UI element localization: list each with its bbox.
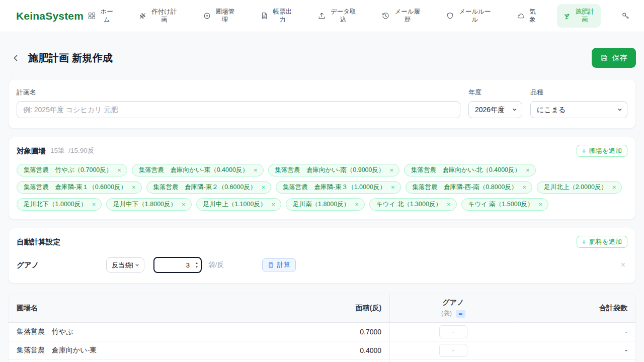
unit-label: 袋/反 [208,260,224,269]
save-button[interactable]: 保存 [592,48,636,68]
plan-form-card: 計画名 年度 2026年度 品種 にこまる [8,79,636,129]
field-tag-label: 集落営農 倉庫向かい-南（0.9000反） [275,166,385,174]
remove-field-button[interactable] [391,184,395,191]
back-button[interactable] [10,52,22,64]
plan-name-label: 計画名 [17,88,460,97]
remove-field-button[interactable] [389,167,393,173]
remove-field-button[interactable] [355,201,359,208]
field-tag-label: 足川中下（1.8000反） [113,200,177,209]
close-icon [391,184,395,191]
nav-label: 施肥計画 [575,8,595,24]
stepper-up-icon[interactable] [195,261,198,264]
remove-field-button[interactable] [92,201,96,208]
nav-item-key[interactable] [617,8,634,24]
plan-name-input[interactable] [17,101,460,118]
area-total: /15.90反 [68,147,94,154]
remove-field-button[interactable] [182,201,186,208]
close-icon [523,184,527,191]
nav-item-field-management[interactable]: 圃場管理 [199,5,239,27]
field-tag-label: キウイ 南（1.5000反） [468,200,534,209]
remove-field-button[interactable] [254,167,258,173]
area-cell: 0.4000 [282,341,389,359]
document-icon [260,12,269,20]
field-tag: 集落営農 倉庫隣-東２（0.6000反） [146,181,272,194]
area-cell: 0.9000 [282,359,389,362]
nav-label: データ取込 [330,8,357,24]
plus-icon [582,147,586,155]
table-row: 集落営農 竹やぶ0.7000-- [9,322,635,341]
field-name-cell: 集落営農 竹やぶ [9,322,282,341]
field-tag-label: 集落営農 竹やぶ（0.7000反） [24,166,112,174]
top-navbar: KeinaSystem ホーム 作付け計画 圃場管理 帳票出力 [0,0,644,32]
wheat-icon [138,12,147,20]
nav-label: メール履歴 [393,8,421,24]
nav-item-planting-plan[interactable]: 作付け計画 [134,5,182,27]
guano-cell: - [390,359,517,362]
guano-bags-input[interactable]: - [439,325,467,338]
save-button-label: 保存 [612,53,627,63]
field-tag: 足川北上（2.0000反） [537,181,622,194]
add-fertilizer-button[interactable]: 肥料を追加 [577,236,628,248]
fertilizer-name: グアノ [17,260,106,270]
guano-cell: - [390,322,517,341]
main-nav: ホーム 作付け計画 圃場管理 帳票出力 データ取込 [84,4,644,28]
close-icon [92,201,96,208]
stepper-down-icon[interactable] [195,265,198,268]
field-tag: 足川南（1.8000反） [286,198,365,211]
page-header: 施肥計画 新規作成 保存 [10,48,636,68]
remove-field-button[interactable] [612,184,616,191]
save-floppy-icon [600,54,608,62]
total-bags-cell: - [517,322,635,341]
remove-field-button[interactable] [261,184,265,191]
total-bags-cell: - [517,359,635,362]
close-icon [355,201,359,208]
target-fields-title: 対象圃場 [17,146,46,156]
field-tag-label: キウイ 北（1.3000反） [376,200,442,209]
approx-badge[interactable]: ≃ [456,310,465,318]
nav-item-fertilization-plan[interactable]: 施肥計画 [557,4,601,28]
map-pin-icon [203,12,211,20]
remove-field-button[interactable] [523,184,527,191]
nav-item-mail-history[interactable]: メール履歴 [377,5,425,27]
nav-item-data-import[interactable]: データ取込 [313,5,361,27]
calculate-button[interactable]: 計算 [262,258,296,272]
remove-field-button[interactable] [447,201,451,208]
remove-fertilizer-button[interactable] [619,260,627,269]
field-tag: 集落営農 倉庫向かい-北（0.4000反） [404,164,536,176]
remove-field-button[interactable] [539,201,543,208]
add-field-button[interactable]: 圃場を追加 [577,145,628,157]
close-icon [132,184,136,191]
nav-item-mail-rules[interactable]: メールルール [442,5,496,27]
remove-field-button[interactable] [271,201,275,208]
close-icon [254,167,258,173]
close-icon [182,201,186,208]
bags-per-tan-input[interactable] [154,258,201,272]
target-fields-summary: 15筆 /15.90反 [50,146,94,155]
close-icon [389,167,393,173]
remove-field-button[interactable] [132,184,136,191]
field-tag-label: 足川北下（1.0000反） [24,200,87,209]
variety-label: 品種 [530,88,627,97]
field-tag-label: 集落営農 倉庫向かい-東（0.4000反） [139,166,249,174]
variety-select[interactable]: にこまる [530,101,627,118]
field-count: 15筆 [50,147,65,154]
close-icon [621,260,625,269]
nav-item-report-output[interactable]: 帳票出力 [256,5,297,27]
cloud-icon [517,12,525,20]
field-table-body: 集落営農 竹やぶ0.7000--集落営農 倉庫向かい-東0.4000--集落営農… [9,322,635,362]
guano-bags-input[interactable]: - [439,344,467,357]
guano-unit-label: (袋) [441,309,452,318]
year-select[interactable]: 2026年度 [468,101,522,118]
calc-mode-select[interactable]: 反当袋数 [106,257,144,273]
area-cell: 0.7000 [282,322,389,341]
field-tag: 足川中上（1.1000反） [196,198,281,211]
remove-field-button[interactable] [117,167,121,173]
col-header-guano: グアノ (袋) ≃ [390,294,517,322]
field-tag: 足川北下（1.0000反） [17,198,102,211]
field-tag-label: 足川北上（2.0000反） [544,183,607,192]
nav-item-home[interactable]: ホーム [84,5,118,27]
year-label: 年度 [468,88,522,97]
nav-item-weather[interactable]: 気象 [513,5,540,27]
field-name-cell: 集落営農 倉庫向かい-東 [9,341,282,359]
remove-field-button[interactable] [526,167,530,173]
